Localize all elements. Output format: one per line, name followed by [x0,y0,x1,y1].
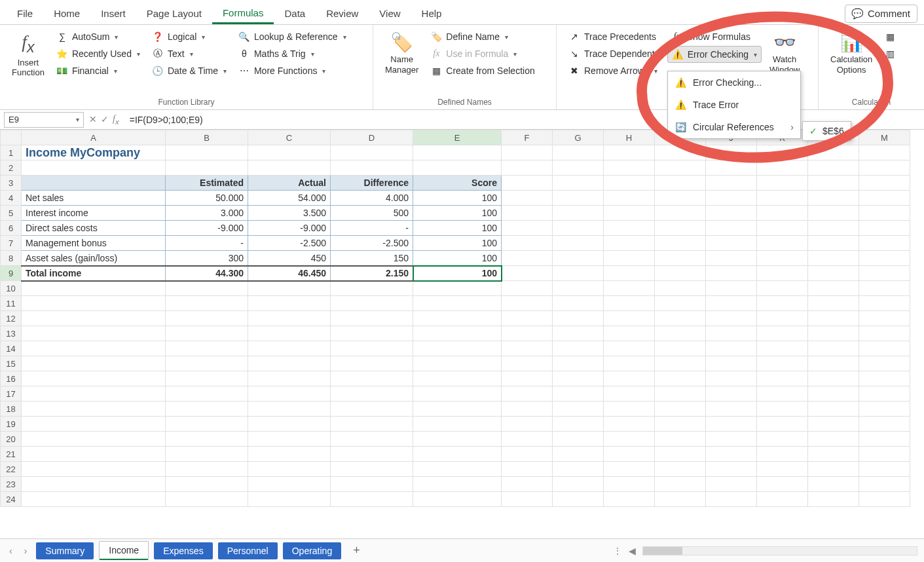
row-header[interactable]: 21 [1,447,22,462]
calculation-options-button[interactable]: 📊 Calculation Options [826,29,876,77]
circular-reference-submenu[interactable]: ✓ $E$6 [802,121,851,141]
text-button[interactable]: ⒶText▾ [148,46,231,62]
sheet-tab-income[interactable]: Income [99,541,149,560]
cell[interactable]: Score [413,176,502,191]
row-header[interactable]: 24 [1,492,22,507]
name-manager-button[interactable]: 🏷️ Name Manager [381,29,422,77]
cell[interactable]: 2.150 [331,266,413,281]
row-header[interactable]: 7 [1,236,22,251]
cancel-icon[interactable]: ✕ [89,114,97,124]
row-header[interactable]: 11 [1,296,22,311]
remove-arrows-button[interactable]: ✖Remove Arrows▾ [564,63,663,79]
maths-trig-button[interactable]: θMaths & Trig▾ [234,46,350,62]
cell[interactable]: 4.000 [331,191,413,206]
insert-function-button[interactable]: fx Insert Function [8,29,48,81]
cell[interactable]: Management bonus [22,236,166,251]
cell[interactable]: Direct sales costs [22,221,166,236]
fx-icon[interactable]: fx [113,114,119,126]
col-header-F[interactable]: F [502,130,553,145]
row-header[interactable]: 2 [1,160,22,176]
cell[interactable]: -9.000 [248,221,331,236]
cell[interactable]: -2.500 [248,236,331,251]
cell[interactable]: Total income [22,266,166,281]
row-header[interactable]: 9 [1,266,22,281]
create-from-selection-button[interactable]: ▦Create from Selection [426,63,538,79]
row-header[interactable]: 3 [1,176,22,191]
cell[interactable]: 46.450 [248,266,331,281]
row-header[interactable]: 10 [1,281,22,296]
cell[interactable]: 50.000 [166,191,248,206]
row-header[interactable]: 18 [1,402,22,417]
row-header[interactable]: 22 [1,462,22,477]
sheet-tab-expenses[interactable]: Expenses [154,542,212,559]
add-sheet-button[interactable]: + [346,544,367,557]
horizontal-scrollbar[interactable] [642,546,917,555]
col-header-B[interactable]: B [166,130,248,145]
define-name-button[interactable]: 🏷️Define Name▾ [426,29,538,45]
tab-view[interactable]: View [369,4,411,23]
recently-used-button[interactable]: ⭐Recently Used▾ [52,46,144,62]
cell[interactable]: 3.500 [248,206,331,221]
row-header[interactable]: 16 [1,371,22,386]
tab-home[interactable]: Home [43,4,90,23]
row-header[interactable]: 4 [1,191,22,206]
cell[interactable]: Asset sales (gain/loss) [22,251,166,266]
spreadsheet-grid[interactable]: A B C D E F G H I J K L M 1Income MyComp… [0,130,924,538]
sheet-tab-summary[interactable]: Summary [36,542,94,559]
show-formulas-button[interactable]: fxShow Formulas [667,29,762,45]
cell[interactable]: 100 [413,236,502,251]
cell[interactable]: Net sales [22,191,166,206]
tab-help[interactable]: Help [411,4,453,23]
col-header-C[interactable]: C [248,130,331,145]
cell[interactable]: 150 [331,251,413,266]
menu-circular-references[interactable]: 🔄Circular References› [668,116,800,138]
cell[interactable] [22,176,166,191]
cell[interactable]: Interest income [22,206,166,221]
tab-file[interactable]: File [7,4,43,23]
row-header[interactable]: 19 [1,417,22,432]
col-header-A[interactable]: A [22,130,166,145]
sheet-options-icon[interactable]: ⋮ [613,546,622,556]
cell[interactable]: 300 [166,251,248,266]
menu-trace-error[interactable]: ⚠️Trace Error [668,94,800,116]
row-header[interactable]: 6 [1,221,22,236]
cell[interactable]: - [331,221,413,236]
trace-dependents-button[interactable]: ↘Trace Dependents [564,46,663,62]
cell[interactable]: 500 [331,206,413,221]
cell[interactable]: 450 [248,251,331,266]
tab-data[interactable]: Data [274,4,316,23]
menu-error-checking[interactable]: ⚠️Error Checking... [668,71,800,94]
col-header-D[interactable]: D [331,130,413,145]
sheet-nav-next[interactable]: › [22,546,30,556]
trace-precedents-button[interactable]: ↗Trace Precedents [564,29,663,45]
col-header-M[interactable]: M [859,130,910,145]
cell[interactable]: 3.000 [166,206,248,221]
row-header[interactable]: 14 [1,341,22,356]
cell[interactable]: 100 [413,251,502,266]
row-header[interactable]: 15 [1,356,22,371]
more-functions-button[interactable]: ⋯More Functions▾ [234,63,350,79]
cell[interactable]: Estimated [166,176,248,191]
calc-sheet-button[interactable]: ▥ [880,46,900,62]
row-header[interactable]: 5 [1,206,22,221]
cell[interactable]: 100 [413,206,502,221]
tab-page-layout[interactable]: Page Layout [136,4,212,23]
row-header[interactable]: 20 [1,432,22,447]
lookup-reference-button[interactable]: 🔍Lookup & Reference▾ [234,29,350,45]
row-header[interactable]: 13 [1,326,22,341]
col-header-H[interactable]: H [604,130,655,145]
autosum-button[interactable]: ∑AutoSum▾ [52,29,144,45]
cell[interactable]: 54.000 [248,191,331,206]
error-checking-button[interactable]: ⚠️Error Checking▾ [667,46,762,63]
cell[interactable]: 100 [413,191,502,206]
row-header[interactable]: 1 [1,145,22,160]
cell[interactable]: Actual [248,176,331,191]
tab-insert[interactable]: Insert [90,4,136,23]
row-header[interactable]: 8 [1,251,22,266]
active-cell[interactable]: 100 [413,266,502,281]
tab-formulas[interactable]: Formulas [212,3,274,24]
col-header-E[interactable]: E [413,130,502,145]
sheet-tab-operating[interactable]: Operating [283,542,341,559]
scroll-left-icon[interactable]: ◀ [629,546,636,556]
row-header[interactable]: 17 [1,386,22,402]
